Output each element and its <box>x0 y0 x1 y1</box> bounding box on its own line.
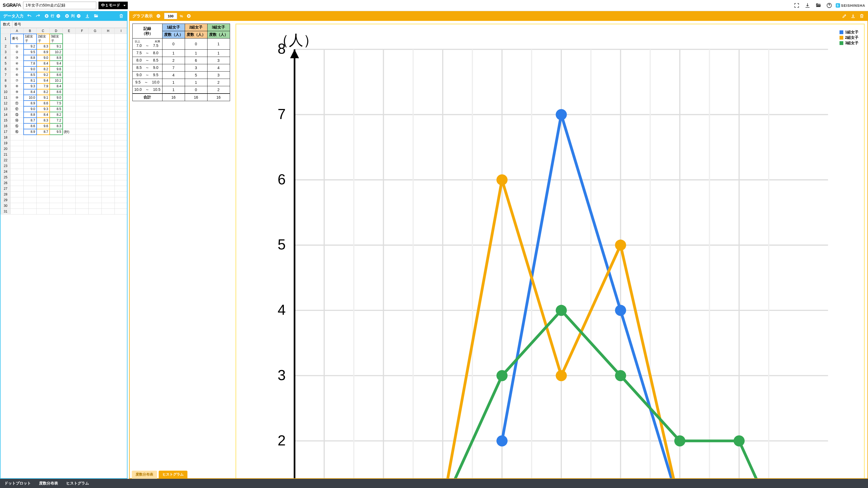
cell[interactable] <box>76 197 89 203</box>
cell[interactable] <box>76 169 89 174</box>
cell[interactable] <box>89 84 102 89</box>
cell[interactable]: 8.9 <box>50 55 63 61</box>
cell[interactable] <box>37 186 50 192</box>
cell[interactable] <box>89 95 102 101</box>
row-header[interactable]: 21 <box>1 152 10 158</box>
cell[interactable] <box>24 197 37 203</box>
col-header[interactable]: H <box>102 28 115 34</box>
cell[interactable] <box>63 197 76 203</box>
cell[interactable] <box>37 169 50 174</box>
download-graph-icon[interactable] <box>850 13 856 19</box>
cell[interactable] <box>76 129 89 135</box>
cell[interactable]: ⑫ <box>10 106 24 112</box>
cell[interactable] <box>76 152 89 158</box>
row-header[interactable]: 9 <box>1 84 10 89</box>
cell[interactable] <box>50 192 63 197</box>
cell[interactable] <box>76 50 89 55</box>
cell[interactable] <box>63 146 76 152</box>
cell[interactable] <box>89 197 102 203</box>
cell[interactable] <box>50 152 63 158</box>
cell[interactable] <box>63 72 76 78</box>
footer-item[interactable]: 度数分布表 <box>39 481 58 486</box>
cell[interactable]: 9.4 <box>37 78 50 84</box>
row-header[interactable]: 25 <box>1 174 10 180</box>
cell[interactable] <box>102 72 115 78</box>
cell[interactable]: 8.5 <box>50 106 63 112</box>
col-header[interactable]: B <box>24 28 37 34</box>
cell[interactable]: 9.0 <box>24 106 37 112</box>
cell[interactable] <box>76 140 89 146</box>
cell[interactable]: 8.9 <box>37 50 50 55</box>
col-header[interactable]: G <box>89 28 102 34</box>
cell[interactable] <box>24 163 37 169</box>
cell[interactable]: ⑭ <box>10 118 24 123</box>
cell[interactable]: 8.3 <box>37 44 50 50</box>
cell[interactable] <box>50 158 63 163</box>
row-header[interactable]: 7 <box>1 72 10 78</box>
cell[interactable] <box>115 140 127 146</box>
cell[interactable] <box>102 180 115 186</box>
cell[interactable]: 8.2 <box>37 89 50 95</box>
cell[interactable] <box>89 118 102 123</box>
row-header[interactable]: 11 <box>1 95 10 101</box>
row-header[interactable]: 30 <box>1 203 10 209</box>
cell[interactable] <box>89 174 102 180</box>
cell[interactable] <box>10 174 24 180</box>
graph-tab[interactable]: ヒストグラム <box>159 470 187 479</box>
cell[interactable] <box>89 78 102 84</box>
cell[interactable] <box>50 180 63 186</box>
cell[interactable] <box>89 135 102 140</box>
cell[interactable] <box>115 158 127 163</box>
cell[interactable] <box>102 34 115 44</box>
cell[interactable]: 9.2 <box>24 44 37 50</box>
cell[interactable] <box>24 169 37 174</box>
cell[interactable] <box>76 101 89 106</box>
cell[interactable] <box>37 146 50 152</box>
col-header[interactable]: A <box>10 28 24 34</box>
cell[interactable] <box>10 169 24 174</box>
cell[interactable] <box>115 50 127 55</box>
cell[interactable] <box>24 209 37 215</box>
cell[interactable] <box>76 34 89 44</box>
cell[interactable] <box>24 186 37 192</box>
cell[interactable] <box>115 89 127 95</box>
cell[interactable] <box>102 123 115 129</box>
cell[interactable] <box>37 180 50 186</box>
cell[interactable] <box>24 158 37 163</box>
cell[interactable] <box>24 135 37 140</box>
cell[interactable]: ⑬ <box>10 112 24 118</box>
cell[interactable] <box>115 186 127 192</box>
row-header[interactable]: 27 <box>1 186 10 192</box>
cell[interactable] <box>115 55 127 61</box>
cell[interactable] <box>63 140 76 146</box>
cell[interactable] <box>76 89 89 95</box>
cell[interactable]: 7.9 <box>37 84 50 89</box>
cell[interactable]: 8.5 <box>24 72 37 78</box>
cell[interactable] <box>89 163 102 169</box>
cell[interactable] <box>102 158 115 163</box>
cell[interactable] <box>37 197 50 203</box>
cell[interactable] <box>24 180 37 186</box>
cell[interactable] <box>89 55 102 61</box>
cell[interactable] <box>10 152 24 158</box>
cell[interactable] <box>76 78 89 84</box>
row-header[interactable]: 13 <box>1 106 10 112</box>
cell[interactable] <box>63 123 76 129</box>
cell[interactable]: 1組女子 <box>24 34 37 44</box>
row-header[interactable]: 22 <box>1 158 10 163</box>
row-header[interactable]: 1 <box>1 34 10 44</box>
cell[interactable] <box>76 180 89 186</box>
cell[interactable] <box>76 158 89 163</box>
graph-tab[interactable]: 度数分布表 <box>132 470 157 479</box>
cell[interactable] <box>102 135 115 140</box>
cell[interactable] <box>102 152 115 158</box>
cell[interactable] <box>76 209 89 215</box>
cell[interactable] <box>102 174 115 180</box>
help-icon[interactable] <box>825 1 834 10</box>
cell[interactable] <box>115 169 127 174</box>
col-header[interactable]: F <box>76 28 89 34</box>
row-header[interactable]: 15 <box>1 118 10 123</box>
folder-open-icon[interactable] <box>814 1 823 10</box>
cell[interactable] <box>76 95 89 101</box>
col-header[interactable]: I <box>115 28 127 34</box>
